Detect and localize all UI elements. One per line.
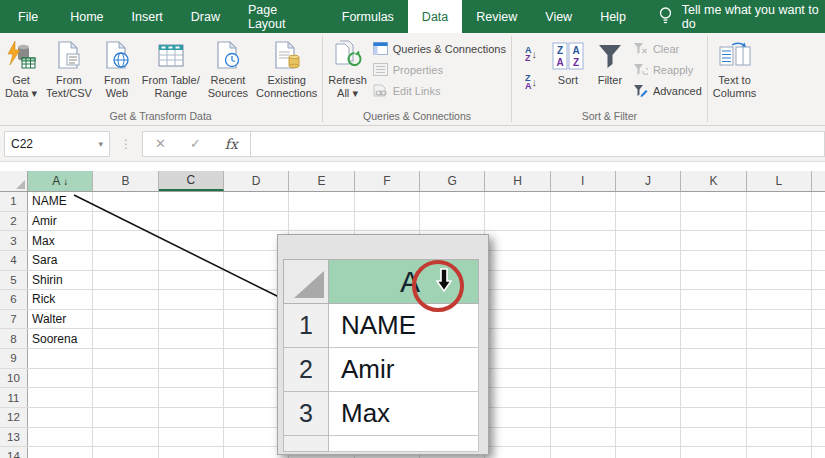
column-header-g[interactable]: G — [420, 171, 485, 191]
column-header-f[interactable]: F — [355, 171, 420, 191]
group-label-sort-filter: Sort & Filter — [513, 109, 706, 125]
advanced-filter-button[interactable]: Advanced — [633, 82, 702, 100]
column-header-b[interactable]: B — [93, 171, 158, 191]
cell-a8[interactable]: Soorena — [28, 329, 92, 348]
column-header-k[interactable]: K — [681, 171, 746, 191]
from-table-range-label-2: Range — [155, 87, 187, 100]
filter-funnel-icon — [596, 38, 624, 74]
column-headers: A↓ B C D E F G H I J K L — [0, 171, 825, 192]
existing-connections-icon — [271, 38, 303, 74]
row-header-7[interactable]: 7 — [0, 310, 28, 329]
from-table-range-label-1: From Table/ — [142, 74, 200, 87]
get-data-button[interactable]: Get Data ▾ — [0, 36, 42, 100]
get-data-label-2: Data — [5, 87, 28, 99]
from-text-csv-label-1: From — [56, 74, 82, 87]
refresh-all-label-1: Refresh — [328, 74, 367, 87]
text-to-columns-button[interactable]: Text to Columns — [709, 36, 760, 100]
ribbon-separator — [511, 36, 512, 122]
cell-a6[interactable]: Rick — [28, 290, 92, 309]
row-header-10[interactable]: 10 — [0, 369, 28, 388]
cell-a3[interactable]: Max — [28, 231, 92, 250]
dropdown-caret-icon: ▾ — [352, 87, 358, 99]
tab-draw[interactable]: Draw — [177, 0, 234, 33]
column-header-j[interactable]: J — [616, 171, 681, 191]
from-text-csv-button[interactable]: From Text/CSV — [42, 36, 96, 100]
column-header-d[interactable]: D — [224, 171, 289, 191]
tab-help[interactable]: Help — [586, 0, 640, 33]
row-header-4[interactable]: 4 — [0, 251, 28, 270]
tab-file[interactable]: File — [0, 0, 56, 33]
refresh-all-label-2: All — [337, 87, 349, 99]
from-text-csv-label-2: Text/CSV — [46, 87, 92, 100]
column-header-c[interactable]: C — [159, 171, 224, 191]
tab-review[interactable]: Review — [462, 0, 531, 33]
cancel-icon[interactable]: ✕ — [155, 136, 166, 151]
from-web-button[interactable]: From Web — [96, 36, 138, 100]
column-header-e[interactable]: E — [289, 171, 354, 191]
ribbon-tab-bar: File Home Insert Draw Page Layout Formul… — [0, 0, 825, 33]
row-header-14[interactable]: 14 — [0, 447, 28, 458]
group-get-transform-data: Get Data ▾ From Text/CSV From Web — [0, 33, 321, 125]
row-header-1[interactable]: 1 — [0, 192, 28, 211]
sort-button[interactable]: ZAAZ Sort — [547, 36, 589, 87]
row-header-8[interactable]: 8 — [0, 329, 28, 348]
column-header-a[interactable]: A↓ — [28, 171, 93, 191]
callout-row-number: 3 — [283, 392, 329, 436]
row-header-12[interactable]: 12 — [0, 408, 28, 427]
row-header-6[interactable]: 6 — [0, 290, 28, 309]
row-header-9[interactable]: 9 — [0, 349, 28, 368]
group-label-queries-connections: Queries & Connections — [324, 109, 510, 125]
tab-formulas[interactable]: Formulas — [328, 0, 408, 33]
recent-sources-label-1: Recent — [210, 74, 245, 87]
cell-a7[interactable]: Walter — [28, 310, 92, 329]
name-box[interactable]: C22 ▾ — [4, 131, 110, 157]
formula-input[interactable] — [251, 131, 825, 157]
tab-data[interactable]: Data — [408, 0, 462, 33]
sort-ascending-button[interactable]: AZ↓ — [518, 42, 544, 66]
recent-sources-button[interactable]: Recent Sources — [204, 36, 252, 100]
advanced-filter-label: Advanced — [653, 85, 702, 97]
insert-function-icon[interactable]: fx — [225, 136, 238, 152]
cell-a1[interactable]: NAME — [28, 192, 92, 211]
group-queries-connections: Refresh All ▾ Queries & Connections — [324, 33, 510, 125]
clear-filter-button[interactable]: Clear — [633, 40, 702, 58]
svg-text:Z: Z — [573, 57, 579, 68]
column-header-l[interactable]: L — [747, 171, 812, 191]
tab-home[interactable]: Home — [56, 0, 117, 33]
tab-view[interactable]: View — [531, 0, 586, 33]
get-data-label-1: Get — [12, 74, 30, 87]
sort-indicator-icon: ↓ — [63, 176, 68, 187]
reapply-filter-button[interactable]: Reapply — [633, 61, 702, 79]
get-data-icon — [5, 38, 37, 74]
select-all-corner[interactable] — [0, 171, 28, 191]
cell-a2[interactable]: Amir — [28, 212, 92, 231]
row-header-2[interactable]: 2 — [0, 212, 28, 231]
queries-connections-button[interactable]: Queries & Connections — [373, 40, 506, 58]
row-header-13[interactable]: 13 — [0, 428, 28, 447]
properties-icon — [373, 63, 388, 78]
column-header-partial[interactable] — [812, 171, 825, 191]
tab-insert[interactable]: Insert — [118, 0, 177, 33]
cell-a4[interactable]: Sara — [28, 251, 92, 270]
zoom-callout-image: A 1 NAME 2 Amir 3 Max — [277, 234, 489, 455]
cell-a5[interactable]: Shirin — [28, 271, 92, 290]
column-header-h[interactable]: H — [485, 171, 550, 191]
refresh-all-button[interactable]: Refresh All ▾ — [324, 36, 371, 100]
row-header-3[interactable]: 3 — [0, 231, 28, 250]
column-header-i[interactable]: I — [551, 171, 616, 191]
tell-me-box[interactable]: Tell me what you want to do — [658, 0, 825, 33]
row-header-11[interactable]: 11 — [0, 388, 28, 407]
existing-connections-label-2: Connections — [256, 87, 317, 100]
properties-button[interactable]: Properties — [373, 61, 506, 79]
edit-links-button[interactable]: Edit Links — [373, 82, 506, 100]
existing-connections-button[interactable]: Existing Connections — [252, 36, 321, 100]
sheet-row: 1NAME — [0, 192, 825, 212]
row-header-5[interactable]: 5 — [0, 271, 28, 290]
red-highlight-circle — [412, 260, 464, 312]
filter-button[interactable]: Filter — [589, 36, 631, 87]
tab-page-layout[interactable]: Page Layout — [234, 0, 328, 33]
dropdown-caret-icon: ▾ — [31, 87, 37, 99]
enter-icon[interactable]: ✓ — [190, 136, 201, 151]
from-table-range-button[interactable]: From Table/ Range — [138, 36, 204, 100]
sort-descending-button[interactable]: ZA↓ — [518, 70, 544, 94]
